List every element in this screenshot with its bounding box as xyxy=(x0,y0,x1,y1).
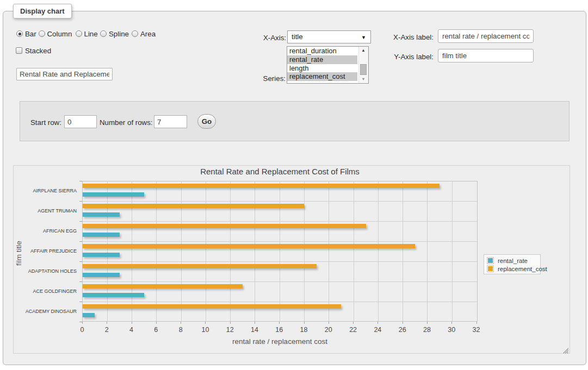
bar-rental_rate-ace-goldfinger xyxy=(83,293,144,297)
xtick-label-14: 14 xyxy=(244,326,265,334)
chart-yaxis-title: film title xyxy=(15,241,23,266)
go-button[interactable]: Go xyxy=(197,114,216,129)
bar-replacement_cost-african-egg xyxy=(83,224,366,228)
xtick-mark-28 xyxy=(427,322,428,324)
category-label-2: AFRICAN EGG xyxy=(14,228,77,234)
radio-line[interactable] xyxy=(76,30,82,37)
category-label-6: ACADEMY DINOSAUR xyxy=(14,308,77,315)
category-label-0: AIRPLANE SIERRA xyxy=(14,187,77,194)
bar-replacement_cost-ace-goldfinger xyxy=(83,284,243,289)
stacked-checkbox-item[interactable]: Stacked xyxy=(16,47,51,54)
gridline-category-6 xyxy=(83,302,477,302)
fieldset-legend-title: Display chart xyxy=(13,4,72,18)
legend-swatch-fill-replacement_cost xyxy=(488,266,493,271)
ytick-mark-1 xyxy=(79,201,83,202)
bar-replacement_cost-airplane-sierra xyxy=(83,184,440,188)
gridline-x-6 xyxy=(156,181,157,321)
series-scrollbar[interactable]: ▲ ▼ xyxy=(358,47,368,83)
chart-type-option-column[interactable]: Column xyxy=(39,30,72,37)
xtick-mark-4 xyxy=(132,322,132,324)
xtick-label-28: 28 xyxy=(416,326,438,334)
radio-area[interactable] xyxy=(132,30,138,37)
radio-column[interactable] xyxy=(39,30,45,37)
xtick-label-0: 0 xyxy=(71,326,93,334)
ytick-mark-3 xyxy=(79,241,83,242)
num-rows-label: Number of rows: xyxy=(100,118,153,127)
xtick-label-30: 30 xyxy=(441,326,462,334)
yaxis-label-label: Y-Axis label: xyxy=(379,53,434,61)
xtick-mark-0 xyxy=(82,322,83,324)
num-rows-input[interactable] xyxy=(154,115,187,128)
xtick-label-8: 8 xyxy=(170,326,191,334)
gridline-x-28 xyxy=(427,181,428,321)
chart-type-option-bar[interactable]: Bar xyxy=(16,30,36,37)
gridline-x-26 xyxy=(403,181,403,321)
xaxis-select[interactable]: title ▼ xyxy=(287,30,371,43)
radio-label-column: Column xyxy=(47,30,72,38)
start-row-input[interactable] xyxy=(64,115,97,128)
chart-title-input[interactable] xyxy=(16,68,113,80)
chart-type-option-area[interactable]: Area xyxy=(132,30,156,37)
gridline-x-4 xyxy=(132,181,132,321)
chart-container: Rental Rate and Replacement Cost of Film… xyxy=(13,165,570,354)
xtick-label-10: 10 xyxy=(194,326,216,334)
xtick-label-26: 26 xyxy=(392,326,413,334)
scrollbar-up-icon[interactable]: ▲ xyxy=(359,47,368,54)
category-label-1: AGENT TRUMAN xyxy=(14,208,77,214)
gridline-x-14 xyxy=(255,181,255,321)
bar-rental_rate-airplane-sierra xyxy=(83,192,144,197)
radio-bar[interactable] xyxy=(16,30,23,37)
xtick-mark-8 xyxy=(181,322,181,324)
xtick-mark-22 xyxy=(353,322,354,324)
gridline-x-16 xyxy=(280,181,280,321)
xtick-label-32: 32 xyxy=(466,326,487,334)
xaxis-label-input[interactable] xyxy=(438,29,534,43)
start-row-label: Start row: xyxy=(30,118,61,127)
gridline-x-8 xyxy=(181,181,182,321)
legend-swatch-rental_rate xyxy=(487,257,494,264)
series-option-length[interactable]: length xyxy=(287,64,357,73)
xtick-label-16: 16 xyxy=(268,326,290,334)
ytick-mark-5 xyxy=(79,281,83,282)
chart-title: Rental Rate and Replacement Cost of Film… xyxy=(82,167,478,176)
bar-replacement_cost-academy-dinosaur xyxy=(83,304,341,309)
ytick-mark-2 xyxy=(79,221,83,222)
xtick-label-4: 4 xyxy=(121,326,143,334)
xaxis-select-label: X-Axis: xyxy=(232,34,286,42)
series-option-replacement_cost[interactable]: replacement_cost xyxy=(287,72,357,81)
chart-type-option-spline[interactable]: Spline xyxy=(100,30,129,37)
resize-handle[interactable] xyxy=(563,347,568,352)
legend-item-rental_rate: rental_rate xyxy=(484,256,540,265)
xtick-mark-12 xyxy=(230,322,231,324)
series-listbox[interactable]: rental_durationrental_ratelengthreplacem… xyxy=(287,46,369,84)
legend-label-rental_rate: rental_rate xyxy=(498,258,528,264)
radio-label-area: Area xyxy=(140,30,156,38)
stacked-checkbox[interactable] xyxy=(16,47,22,54)
scrollbar-thumb[interactable] xyxy=(360,64,367,75)
yaxis-label-input[interactable] xyxy=(438,49,534,62)
ytick-mark-4 xyxy=(79,261,83,262)
radio-spline[interactable] xyxy=(100,30,107,37)
gridline-x-20 xyxy=(329,181,329,321)
gridline-x-24 xyxy=(378,181,379,321)
xtick-label-12: 12 xyxy=(219,326,241,334)
chart-type-option-line[interactable]: Line xyxy=(76,30,98,37)
series-option-rental_rate[interactable]: rental_rate xyxy=(287,55,357,64)
xaxis-select-value: title xyxy=(292,31,303,43)
category-label-3: AFFAIR PREJUDICE xyxy=(14,248,77,254)
gridline-category-5 xyxy=(83,281,477,282)
series-option-rental_duration[interactable]: rental_duration xyxy=(287,47,357,55)
scrollbar-down-icon[interactable]: ▼ xyxy=(359,76,368,83)
gridline-category-3 xyxy=(83,241,477,242)
category-label-5: ACE GOLDFINGER xyxy=(14,288,77,294)
gridline-category-4 xyxy=(83,261,477,262)
category-label-4: ADAPTATION HOLES xyxy=(14,268,77,274)
bar-rental_rate-academy-dinosaur xyxy=(83,313,95,317)
legend-swatch-fill-rental_rate xyxy=(488,258,493,263)
legend-label-replacement_cost: replacement_cost xyxy=(498,266,547,272)
gridline-x-18 xyxy=(304,181,305,321)
xtick-label-6: 6 xyxy=(145,326,167,334)
chart-xaxis-title: rental rate / replacement cost xyxy=(82,337,478,346)
ytick-mark-6 xyxy=(79,302,83,302)
gridline-x-12 xyxy=(230,181,231,321)
